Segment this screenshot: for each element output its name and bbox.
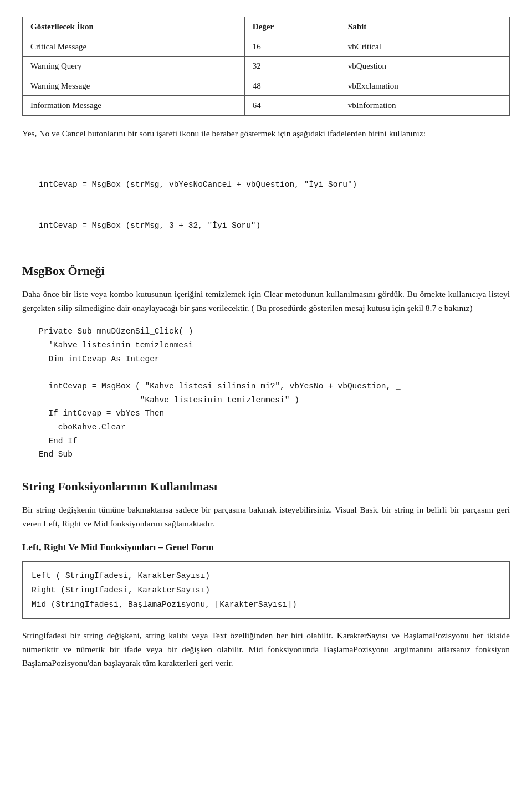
- table-cell: vbExclamation: [340, 76, 509, 96]
- paragraph-4: StringIfadesi bir string değişkeni, stri…: [22, 629, 510, 670]
- box-line-3: Mid (StringIfadesi, BaşlamaPozisyonu, [K…: [32, 597, 500, 612]
- table-header-deger: Değer: [244, 17, 340, 37]
- code-line-2: intCevap = MsgBox (strMsg, 3 + 32, "İyi …: [39, 219, 510, 233]
- table-cell: 32: [244, 57, 340, 76]
- table-cell: Critical Message: [23, 37, 245, 57]
- paragraph-2: Daha önce bir liste veya kombo kutusunun…: [22, 288, 510, 315]
- box-line-2: Right (StringIfadesi, KarakterSayısı): [32, 583, 500, 597]
- table-cell: vbInformation: [340, 96, 509, 116]
- table-row: Warning Query32vbQuestion: [23, 57, 510, 76]
- table-cell: vbCritical: [340, 37, 509, 57]
- code-block-2: Private Sub mnuDüzenSil_Click( ) 'Kahve …: [39, 325, 510, 461]
- function-syntax-box: Left ( StringIfadesi, KarakterSayısı) Ri…: [22, 561, 510, 619]
- code-line-1: intCevap = MsgBox (strMsg, vbYesNoCancel…: [39, 178, 510, 192]
- table-cell: 48: [244, 76, 340, 96]
- section-heading-string: String Fonksiyonlarının Kullanılması: [22, 477, 510, 495]
- table-cell: 16: [244, 37, 340, 57]
- paragraph-3: Bir string değişkenin tümüne bakmaktansa…: [22, 503, 510, 531]
- sub-heading-lrm: Left, Right Ve Mid Fonksiyonları – Genel…: [22, 540, 510, 555]
- table-header-icon: Gösterilecek İkon: [23, 17, 245, 37]
- table-row: Critical Message16vbCritical: [23, 37, 510, 57]
- table-cell: 64: [244, 96, 340, 116]
- paragraph-1: Yes, No ve Cancel butonlarını bir soru i…: [22, 127, 510, 141]
- code-block-1: intCevap = MsgBox (strMsg, vbYesNoCancel…: [39, 150, 510, 245]
- section-heading-msgbox: MsgBox Örneği: [22, 262, 510, 280]
- table-row: Information Message64vbInformation: [23, 96, 510, 116]
- table-cell: Information Message: [23, 96, 245, 116]
- table-cell: vbQuestion: [340, 57, 509, 76]
- box-line-1: Left ( StringIfadesi, KarakterSayısı): [32, 569, 500, 583]
- table-cell: Warning Message: [23, 76, 245, 96]
- icon-table: Gösterilecek İkon Değer Sabit Critical M…: [22, 17, 510, 116]
- table-row: Warning Message48vbExclamation: [23, 76, 510, 96]
- table-cell: Warning Query: [23, 57, 245, 76]
- table-header-sabit: Sabit: [340, 17, 509, 37]
